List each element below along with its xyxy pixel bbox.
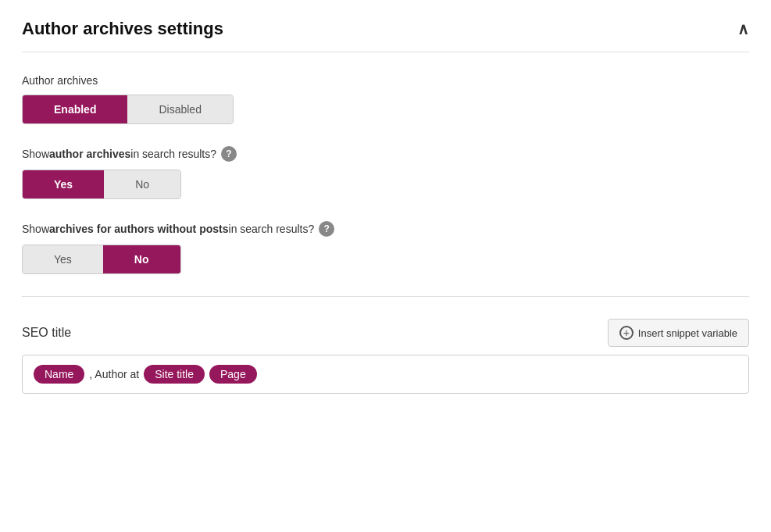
show-without-posts-toggle: Yes No xyxy=(22,245,181,274)
seo-title-field[interactable]: Name , Author at Site title Page xyxy=(22,355,749,394)
section-divider xyxy=(22,296,749,297)
author-archives-label: Author archives xyxy=(22,74,749,87)
snippet-tag-name[interactable]: Name xyxy=(34,365,84,384)
show-in-search-label-bold: author archives xyxy=(49,148,130,160)
collapse-icon[interactable]: ∧ xyxy=(737,20,749,38)
show-without-posts-label-bold: archives for authors without posts xyxy=(49,223,228,235)
show-without-posts-yes-btn[interactable]: Yes xyxy=(23,245,103,273)
show-in-search-toggle: Yes No xyxy=(22,170,181,199)
show-without-posts-label-suffix: in search results? xyxy=(229,223,315,235)
snippet-tag-site-title[interactable]: Site title xyxy=(144,365,205,384)
seo-title-section: SEO title + Insert snippet variable Name… xyxy=(22,319,749,394)
author-archives-toggle: Enabled Disabled xyxy=(22,95,234,124)
insert-snippet-button[interactable]: + Insert snippet variable xyxy=(608,319,749,347)
insert-snippet-label: Insert snippet variable xyxy=(638,327,737,339)
page-title: Author archives settings xyxy=(22,19,223,39)
show-without-posts-no-btn[interactable]: No xyxy=(103,245,180,273)
seo-title-header: SEO title + Insert snippet variable xyxy=(22,319,749,347)
show-in-search-label-suffix: in search results? xyxy=(130,148,216,160)
show-without-posts-label-prefix: Show xyxy=(22,223,49,235)
show-in-search-section: Show author archives in search results? … xyxy=(22,146,749,199)
page-header: Author archives settings ∧ xyxy=(22,19,749,52)
author-archives-section: Author archives Enabled Disabled xyxy=(22,74,749,124)
seo-title-label: SEO title xyxy=(22,326,71,340)
plus-icon: + xyxy=(619,326,634,340)
snippet-tag-page[interactable]: Page xyxy=(209,365,257,384)
show-in-search-no-btn[interactable]: No xyxy=(104,170,180,198)
show-in-search-yes-btn[interactable]: Yes xyxy=(23,170,104,198)
show-in-search-help-icon[interactable]: ? xyxy=(221,146,237,162)
show-without-posts-help-icon[interactable]: ? xyxy=(319,221,334,237)
snippet-text-author-at: , Author at xyxy=(89,368,139,380)
show-in-search-label: Show author archives in search results? … xyxy=(22,146,749,162)
author-archives-enabled-btn[interactable]: Enabled xyxy=(23,95,127,123)
show-in-search-label-prefix: Show xyxy=(22,148,49,160)
show-without-posts-section: Show archives for authors without posts … xyxy=(22,221,749,274)
show-without-posts-label: Show archives for authors without posts … xyxy=(22,221,749,237)
author-archives-disabled-btn[interactable]: Disabled xyxy=(127,95,232,123)
